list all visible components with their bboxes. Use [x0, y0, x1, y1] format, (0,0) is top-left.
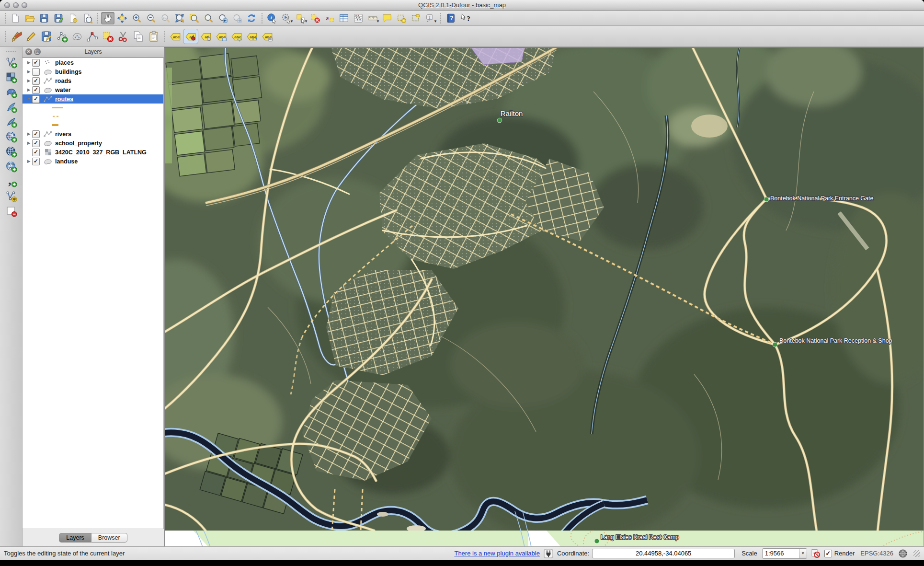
help-contents-button[interactable]: ?: [444, 12, 457, 24]
new-shapefile-layer-button[interactable]: ✱: [3, 189, 19, 204]
zoom-in-button[interactable]: [130, 12, 143, 24]
layer-item-rivers[interactable]: ▶✓rivers: [23, 129, 163, 139]
unpin-labels-button[interactable]: ab: [199, 29, 213, 44]
toolbar-handle[interactable]: [3, 31, 7, 42]
show-bookmarks-button[interactable]: [409, 12, 422, 24]
add-vector-layer-button[interactable]: [3, 55, 19, 70]
zoom-to-layer-button[interactable]: [202, 12, 215, 24]
add-feature-button[interactable]: [55, 29, 69, 44]
layer-item-roads[interactable]: ▶✓roads: [23, 76, 163, 85]
resize-grip[interactable]: [913, 550, 920, 557]
title-bar[interactable]: QGIS 2.0.1-Dufour - basic_map: [0, 0, 924, 11]
layer-item-routes[interactable]: ▼✓routes: [23, 94, 163, 104]
scale-dropdown-icon[interactable]: ▼: [799, 549, 807, 558]
map-tips-button[interactable]: [380, 12, 394, 24]
expand-icon[interactable]: ▶: [25, 69, 32, 74]
coordinate-input[interactable]: [592, 549, 735, 558]
pan-to-selection-button[interactable]: [115, 12, 129, 24]
run-feature-action-button[interactable]: ▼: [280, 12, 293, 24]
move-feature-button[interactable]: [70, 29, 84, 44]
text-annotation-button[interactable]: T▼: [423, 12, 437, 24]
add-mssql-layer-button[interactable]: [3, 115, 19, 129]
zoom-last-button[interactable]: [216, 12, 229, 24]
layer-item-3420C_2010_327_RGB_LATLNG[interactable]: ✓3420C_2010_327_RGB_LATLNG: [23, 148, 163, 157]
expand-icon[interactable]: ▶: [25, 159, 32, 163]
layer-visibility-checkbox[interactable]: ✓: [32, 95, 40, 103]
layer-item-places[interactable]: ▶✓places: [23, 58, 163, 67]
layer-visibility-checkbox[interactable]: ✓: [32, 139, 40, 147]
layer-item-landuse[interactable]: ▶✓landuse: [23, 157, 163, 166]
layer-symbology-item[interactable]: [23, 112, 163, 121]
expand-icon[interactable]: ▶: [25, 132, 32, 136]
panel-tab-browser[interactable]: Browser: [91, 533, 127, 543]
plugin-available-link[interactable]: There is a new plugin available: [454, 550, 540, 557]
plugin-icon[interactable]: [544, 549, 553, 558]
cut-features-button[interactable]: [116, 29, 130, 44]
copy-features-button[interactable]: [131, 29, 146, 44]
panel-float-icon[interactable]: ◱: [34, 48, 41, 55]
node-tool-button[interactable]: [85, 29, 100, 44]
zoom-out-button[interactable]: [144, 12, 158, 24]
field-calculator-button[interactable]: [352, 12, 365, 24]
panel-tab-layers[interactable]: Layers: [59, 533, 91, 543]
toolbar-handle[interactable]: [3, 13, 7, 23]
whats-this-button[interactable]: ?: [458, 12, 472, 24]
pin-labels-button[interactable]: ab: [183, 29, 198, 44]
open-project-button[interactable]: [23, 12, 36, 24]
map-canvas[interactable]: RailtonBontebok National Park Entrance G…: [164, 47, 924, 547]
layer-visibility-checkbox[interactable]: [32, 68, 40, 76]
toolbar-handle[interactable]: [6, 50, 16, 53]
layer-visibility-checkbox[interactable]: ✓: [32, 59, 40, 67]
refresh-button[interactable]: [245, 12, 258, 24]
add-postgis-layer-button[interactable]: [3, 85, 19, 100]
layer-visibility-checkbox[interactable]: ✓: [32, 77, 40, 85]
layer-visibility-checkbox[interactable]: ✓: [32, 158, 40, 165]
composer-manager-button[interactable]: [80, 12, 94, 24]
select-features-button[interactable]: ▼: [294, 12, 308, 24]
scale-combo[interactable]: 1:9566 ▼: [762, 548, 807, 559]
add-wcs-layer-button[interactable]: [3, 144, 19, 159]
add-spatialite-layer-button[interactable]: [3, 100, 19, 115]
add-wms-layer-button[interactable]: [3, 129, 19, 144]
toggle-editing-button[interactable]: [24, 29, 38, 44]
layer-symbology-item[interactable]: [23, 121, 163, 129]
layer-symbology-item[interactable]: [23, 104, 163, 112]
deselect-features-button[interactable]: [308, 12, 322, 24]
expand-icon[interactable]: ▶: [25, 79, 32, 83]
new-bookmark-button[interactable]: ✶: [395, 12, 408, 24]
crs-globe-icon[interactable]: [898, 549, 908, 558]
label-properties-button[interactable]: abc: [260, 29, 274, 44]
current-edits-button[interactable]: [9, 29, 23, 44]
render-checkbox[interactable]: ✓: [824, 550, 832, 557]
zoom-full-button[interactable]: [173, 12, 186, 24]
layer-item-water[interactable]: ▶✓water: [23, 85, 163, 94]
new-project-button[interactable]: [9, 12, 22, 24]
remove-layer-button[interactable]: [3, 204, 19, 219]
save-layer-edits-button[interactable]: [39, 29, 54, 44]
layer-visibility-checkbox[interactable]: ✓: [32, 149, 40, 156]
delete-selected-button[interactable]: [101, 29, 115, 44]
save-project-as-button[interactable]: [52, 12, 65, 24]
pan-map-button[interactable]: [101, 12, 114, 24]
new-composer-button[interactable]: [66, 12, 80, 24]
add-wfs-layer-button[interactable]: [3, 159, 19, 174]
show-hide-labels-button[interactable]: abc: [214, 29, 228, 44]
add-delimited-text-button[interactable]: ,: [3, 174, 19, 189]
expand-icon[interactable]: ▶: [25, 88, 32, 92]
layer-item-school_property[interactable]: ▶✓school_property: [23, 139, 163, 148]
expand-icon[interactable]: ▼: [25, 97, 32, 101]
save-project-button[interactable]: [37, 12, 51, 24]
measure-button[interactable]: ▼: [366, 12, 379, 24]
paste-features-button[interactable]: [147, 29, 161, 44]
add-raster-layer-button[interactable]: [3, 70, 19, 85]
layer-item-buildings[interactable]: ▶buildings: [23, 67, 163, 76]
rotate-label-button[interactable]: abc: [245, 29, 259, 44]
labeling-button[interactable]: abc: [168, 29, 183, 44]
identify-button[interactable]: i: [265, 12, 279, 24]
zoom-to-selection-button[interactable]: [187, 12, 201, 24]
select-by-expression-button[interactable]: ε: [323, 12, 336, 24]
attribute-table-button[interactable]: [337, 12, 351, 24]
move-label-button[interactable]: abc: [229, 29, 244, 44]
expand-icon[interactable]: ▶: [25, 60, 32, 65]
panel-close-icon[interactable]: ✕: [25, 48, 32, 55]
